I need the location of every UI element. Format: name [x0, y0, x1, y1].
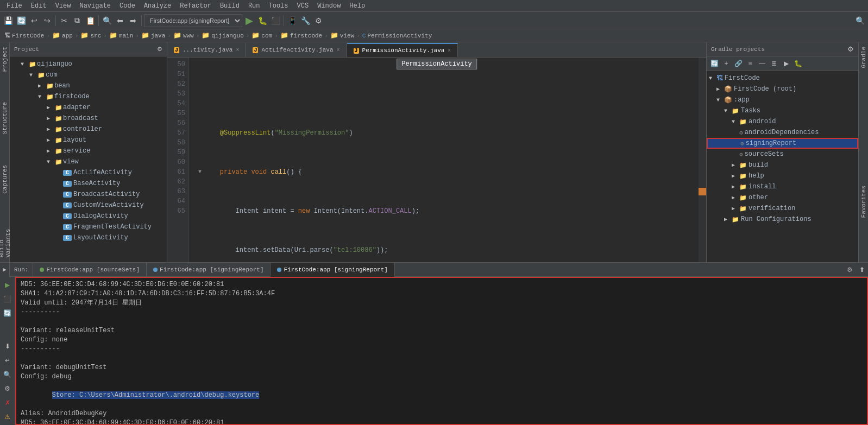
error-btn[interactable]: ✗ [2, 397, 14, 409]
gradle-link[interactable]: 🔗 [733, 58, 744, 69]
tree-firstcode[interactable]: ▼ 📁 firstcode [10, 91, 167, 102]
console-settings-btn[interactable]: ⚙ [2, 383, 14, 395]
menu-build[interactable]: Build [216, 1, 244, 11]
tree-broadcast[interactable]: ▶ 📁 broadcast [10, 113, 167, 124]
breadcrumb-view[interactable]: 📁 view [330, 31, 354, 40]
tree-baseactivity[interactable]: ▶ C BaseActivity [10, 178, 167, 189]
gradle-install[interactable]: ▶ 📁 install [707, 181, 858, 192]
breadcrumb-permissionactivity[interactable]: C PermissionActivity [362, 33, 432, 39]
gradle-debug[interactable]: 🐛 [792, 58, 803, 69]
tree-qijianguo[interactable]: ▼ 📁 qijianguo [10, 59, 167, 69]
tree-view[interactable]: ▼ 📁 view [10, 156, 167, 167]
debug-button[interactable]: 🐛 [256, 15, 268, 27]
bottom-tab-signingreport2[interactable]: FirstCode:app [signingReport] [271, 263, 394, 277]
bottom-settings-btn[interactable]: ⚙ [844, 266, 856, 274]
tab-permission[interactable]: J PermissionActivity.java × [347, 43, 458, 57]
menu-help[interactable]: Help [345, 1, 369, 11]
gradle-expand[interactable]: ≡ [745, 58, 756, 69]
editor-scrollbar[interactable] [699, 58, 706, 262]
gradle-sourcesets[interactable]: ⚙ sourceSets [707, 149, 858, 160]
run-play-btn[interactable]: ▶ [2, 279, 14, 291]
menu-run[interactable]: Run [244, 1, 265, 11]
tree-com[interactable]: ▼ 📁 com [10, 69, 167, 80]
toolbar-undo[interactable]: ↩ [28, 15, 40, 27]
filter-btn[interactable]: 🔍 [2, 369, 14, 380]
tree-service[interactable]: ▶ 📁 service [10, 145, 167, 156]
project-label[interactable]: Project [1, 42, 9, 76]
gradle-add[interactable]: + [721, 58, 732, 69]
gradle-group[interactable]: ⊞ [769, 58, 779, 69]
tree-layout[interactable]: ▶ 📁 layout [10, 135, 167, 145]
tree-customview[interactable]: ▶ C CustomViewActivity [10, 200, 167, 211]
breadcrumb-firstcode[interactable]: 🏗 FirstCode [4, 32, 44, 39]
warning-btn2[interactable]: ⚠ [2, 411, 14, 423]
gradle-refresh[interactable]: 🔄 [709, 58, 720, 69]
breadcrumb-www[interactable]: 📁 www [173, 31, 194, 40]
tab-close-0[interactable]: × [236, 47, 239, 53]
run-label[interactable]: ▶ [0, 263, 10, 277]
toolbar-paste[interactable]: 📋 [84, 15, 96, 27]
tree-fragmenttest[interactable]: ▶ C FragmentTestActivity [10, 221, 167, 232]
gradle-firstcode[interactable]: ▼ 🏗 FirstCode [707, 73, 858, 84]
tree-layout2[interactable]: ▶ C LayoutActivity [10, 232, 167, 243]
tree-controller[interactable]: ▶ 📁 controller [10, 124, 167, 135]
structure-label[interactable]: Structure [1, 98, 9, 138]
project-settings-btn[interactable]: ⚙ [157, 46, 162, 53]
menu-view[interactable]: View [51, 1, 76, 11]
tab-close-2[interactable]: × [448, 48, 451, 54]
breadcrumb-main[interactable]: 📁 main [109, 31, 133, 40]
menu-navigate[interactable]: Navigate [75, 1, 115, 11]
gradle-collapse[interactable]: — [757, 58, 768, 69]
menu-window[interactable]: Window [313, 1, 345, 11]
toolbar-cut[interactable]: ✂ [58, 15, 70, 27]
toolbar-save[interactable]: 💾 [2, 15, 14, 27]
tab-activity[interactable]: J ...tivity.java × [167, 43, 246, 57]
gradle-settings-btn[interactable]: ⚙ [847, 45, 854, 53]
gradle-tasks[interactable]: ▼ 📁 Tasks [707, 105, 858, 116]
gradle-help[interactable]: ▶ 📁 help [707, 170, 858, 181]
toolbar-sync[interactable]: 🔄 [15, 15, 27, 27]
run-stop-btn[interactable]: ⬛ [2, 293, 14, 305]
breadcrumb-java[interactable]: 📁 java [141, 31, 165, 40]
scroll-to-end-btn[interactable]: ⬇ [2, 340, 14, 352]
gradle-build[interactable]: ▶ 📁 build [707, 160, 858, 170]
gradle-androiddeps[interactable]: ⚙ androidDependencies [707, 127, 858, 138]
menu-file[interactable]: File [2, 1, 27, 11]
tree-dialog[interactable]: ▶ C DialogActivity [10, 211, 167, 221]
run-restart-btn[interactable]: 🔄 [2, 307, 14, 319]
breadcrumb-firstcode2[interactable]: 📁 firstcode [280, 31, 322, 40]
tree-bean[interactable]: ▶ 📁 bean [10, 80, 167, 91]
menu-edit[interactable]: Edit [27, 1, 51, 11]
menu-tools[interactable]: Tools [265, 1, 293, 11]
breadcrumb-com[interactable]: 📁 com [251, 31, 272, 40]
search-everywhere[interactable]: 🔍 [854, 15, 866, 27]
bottom-tab-sourcesets[interactable]: FirstCode:app [sourceSets] [33, 263, 147, 277]
gradle-android[interactable]: ▼ 📁 android [707, 116, 858, 127]
toolbar-copy[interactable]: ⧉ [71, 15, 83, 27]
captures-label[interactable]: Captures [1, 161, 9, 198]
gradle-signingreport[interactable]: ⚙ signingReport [707, 138, 858, 149]
breadcrumb-src[interactable]: 📁 src [80, 31, 101, 40]
soft-wrap-btn[interactable]: ↵ [2, 354, 14, 366]
toolbar-back[interactable]: ⬅ [114, 15, 126, 27]
favorites-label[interactable]: Favorites [859, 181, 868, 222]
tree-adapter[interactable]: ▶ 📁 adapter [10, 102, 167, 113]
tree-broadcast2[interactable]: ▶ C BroadcastActivity [10, 189, 167, 200]
menu-analyze[interactable]: Analyze [140, 1, 175, 11]
tab-actlife[interactable]: J ActLifeActivity.java × [246, 43, 347, 57]
menu-code[interactable]: Code [115, 1, 140, 11]
tab-close-1[interactable]: × [337, 47, 340, 53]
stop-button[interactable]: ⬛ [269, 15, 281, 27]
run-button[interactable]: ▶ [243, 15, 255, 27]
gradle-firstcode-root[interactable]: ▶ 📦 FirstCode (root) [707, 84, 858, 94]
gradle-side-label[interactable]: Gradle [859, 42, 868, 73]
toolbar-sdk[interactable]: 🔧 [299, 15, 311, 27]
menu-refactor[interactable]: Refactor [175, 1, 216, 11]
toolbar-find[interactable]: 🔍 [101, 15, 113, 27]
breadcrumb-qijianguo[interactable]: 📁 qijianguo [202, 31, 243, 40]
breadcrumb-app[interactable]: 📁 app [52, 31, 73, 40]
bottom-tab-signingreport1[interactable]: FirstCode:app [signingReport] [147, 263, 271, 277]
tree-actlife[interactable]: ▶ C ActLifeActivity [10, 167, 167, 178]
menu-vcs[interactable]: VCS [293, 1, 313, 11]
toolbar-settings[interactable]: ⚙ [312, 15, 324, 27]
